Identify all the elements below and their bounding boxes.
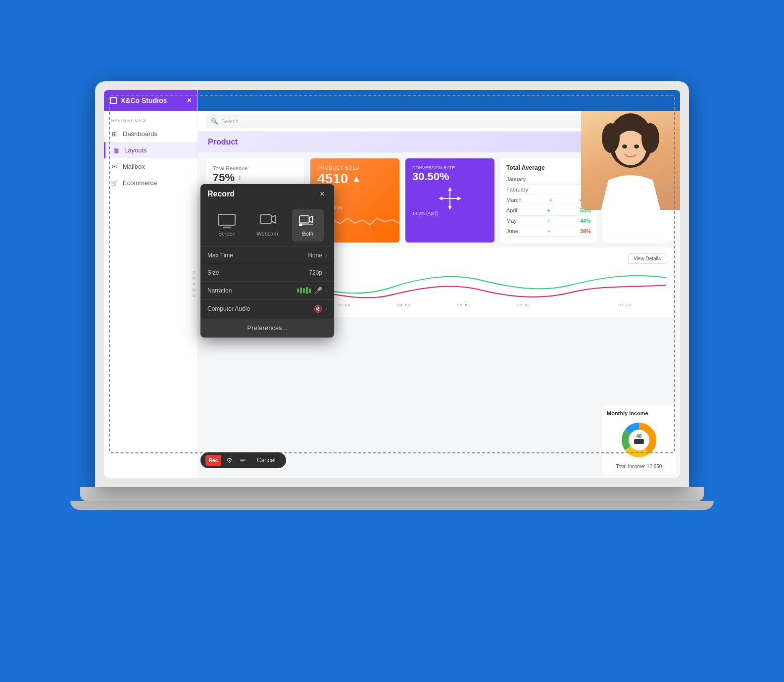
screen-icon bbox=[218, 214, 236, 228]
svg-point-24 bbox=[622, 145, 627, 148]
svg-text:06 Jul: 06 Jul bbox=[517, 303, 530, 307]
sidebar-item-label: Mailbox bbox=[123, 163, 145, 170]
svg-rect-33 bbox=[299, 223, 302, 226]
record-modes: Screen Webcam bbox=[200, 204, 334, 246]
computer-audio-label: Computer Audio bbox=[207, 305, 250, 312]
sidebar-item-ecommerce[interactable]: 🛒 Ecommerce bbox=[104, 175, 197, 191]
rec-button[interactable]: Rec bbox=[205, 455, 221, 466]
svg-text:05 Jul: 05 Jul bbox=[457, 303, 470, 307]
audio-chevron[interactable]: › bbox=[325, 305, 327, 312]
audio-right: 🔇 › bbox=[314, 305, 327, 313]
donut-svg: 48 bbox=[619, 420, 659, 460]
audio-muted-icon[interactable]: 🔇 bbox=[314, 305, 322, 313]
cart-icon: 🛒 bbox=[111, 180, 118, 187]
sidebar-close-icon[interactable]: × bbox=[187, 96, 192, 105]
month-name: March bbox=[506, 197, 522, 203]
mic-icon[interactable]: 🎤 bbox=[314, 287, 322, 294]
webcam-icon bbox=[258, 214, 276, 228]
svg-marker-32 bbox=[309, 216, 313, 223]
cancel-button[interactable]: Cancel bbox=[251, 455, 281, 466]
month-name: May bbox=[506, 218, 517, 224]
svg-marker-5 bbox=[457, 196, 461, 200]
nar-bar-2 bbox=[300, 288, 302, 293]
revenue-trend-icon: ↕ bbox=[238, 173, 242, 182]
sidebar-item-label: Dashboards bbox=[123, 130, 157, 138]
month-name: June bbox=[506, 228, 518, 234]
max-time-value: None bbox=[308, 252, 322, 259]
size-chevron[interactable]: › bbox=[325, 269, 327, 276]
grid-icon: ⊞ bbox=[111, 131, 118, 138]
logo-icon bbox=[110, 97, 117, 104]
total-income-label: Total Income: 12,650 bbox=[607, 464, 671, 469]
month-indicator: + bbox=[547, 218, 550, 224]
conversion-arrows bbox=[412, 186, 488, 211]
both-svg bbox=[299, 214, 317, 228]
svg-text:07 Jul: 07 Jul bbox=[618, 303, 631, 307]
screen-svg bbox=[218, 214, 236, 228]
month-indicator: + bbox=[547, 207, 550, 213]
revenue-label: Total Revenue bbox=[213, 165, 297, 171]
record-mode-both[interactable]: Both bbox=[292, 209, 324, 242]
arrows-icon bbox=[438, 186, 462, 211]
search-placeholder: Search... bbox=[221, 118, 243, 124]
both-icon bbox=[299, 214, 317, 228]
laptop-bottom bbox=[70, 501, 714, 510]
layout-icon: ▦ bbox=[112, 147, 119, 154]
svg-rect-29 bbox=[260, 215, 271, 224]
sidebar-header: X&Co Studios × bbox=[104, 90, 197, 111]
month-name: January bbox=[506, 176, 526, 182]
product-sold-trend: ▲ bbox=[352, 174, 361, 184]
sidebar-item-label: Ecommerce bbox=[123, 179, 157, 187]
month-row-jun: June + 39% bbox=[506, 226, 591, 237]
narration-chevron[interactable]: › bbox=[325, 287, 327, 294]
dialog-titlebar: Record × bbox=[200, 184, 334, 204]
settings-icon[interactable]: ⚙ bbox=[223, 454, 235, 466]
svg-point-22 bbox=[602, 123, 620, 153]
nar-bar-5 bbox=[309, 289, 311, 293]
view-details-button[interactable]: View Details bbox=[628, 253, 666, 264]
edit-icon[interactable]: ✏ bbox=[237, 454, 249, 466]
sidebar-item-dashboards[interactable]: ⊞ Dashboards bbox=[104, 126, 197, 142]
max-time-label: Max Time bbox=[207, 252, 233, 259]
record-mode-webcam[interactable]: Webcam bbox=[249, 209, 285, 242]
svg-marker-2 bbox=[448, 187, 452, 191]
mail-icon: ✉ bbox=[111, 163, 118, 170]
narration-row: Narration 🎤 › bbox=[200, 281, 334, 299]
month-pct: 39% bbox=[580, 228, 591, 234]
dialog-close-button[interactable]: × bbox=[317, 189, 327, 199]
sidebar-dots bbox=[191, 267, 197, 301]
record-mode-screen[interactable]: Screen bbox=[211, 209, 243, 242]
svg-text:03 Jul: 03 Jul bbox=[338, 303, 350, 307]
size-value: 720p bbox=[309, 269, 322, 276]
month-row-mar: March + 49% bbox=[506, 195, 591, 205]
woman-photo bbox=[581, 111, 680, 210]
max-time-chevron[interactable]: › bbox=[325, 252, 327, 259]
svg-point-23 bbox=[641, 123, 659, 153]
narration-label: Narration bbox=[207, 287, 232, 294]
laptop-screen: X&Co Studios × NAVIGATIONS ⊞ Dashboards … bbox=[104, 90, 680, 478]
preferences-button[interactable]: Preferences... bbox=[200, 318, 334, 338]
size-right: 720p › bbox=[309, 269, 327, 276]
svg-point-25 bbox=[634, 145, 639, 148]
webcam-svg bbox=[258, 214, 276, 228]
svg-text:04 Jul: 04 Jul bbox=[397, 303, 410, 307]
month-row-apr: April + 54% bbox=[506, 205, 591, 216]
sidebar-item-layouts[interactable]: ▦ Layouts bbox=[104, 142, 197, 158]
computer-audio-row: Computer Audio 🔇 › bbox=[200, 299, 334, 318]
search-box[interactable]: 🔍 Search... bbox=[206, 114, 639, 128]
svg-marker-3 bbox=[448, 206, 452, 210]
month-row-may: May + 44% bbox=[506, 216, 591, 226]
monthly-income-title: Monthly Income bbox=[607, 410, 671, 416]
nar-bar-3 bbox=[303, 288, 305, 293]
max-time-right: None › bbox=[308, 252, 327, 259]
month-indicator: + bbox=[549, 197, 552, 203]
svg-text:48: 48 bbox=[636, 434, 642, 439]
sidebar-item-mailbox[interactable]: ✉ Mailbox bbox=[104, 158, 197, 175]
narration-bars bbox=[297, 287, 311, 294]
donut-chart: 48 bbox=[607, 420, 671, 460]
svg-marker-4 bbox=[439, 196, 442, 200]
screen-bezel: X&Co Studios × NAVIGATIONS ⊞ Dashboards … bbox=[95, 81, 689, 487]
nav-section-label: NAVIGATIONS bbox=[104, 111, 197, 126]
month-row-feb: Fabruary + bbox=[506, 185, 591, 195]
conversion-value: 30.50% bbox=[412, 170, 488, 183]
